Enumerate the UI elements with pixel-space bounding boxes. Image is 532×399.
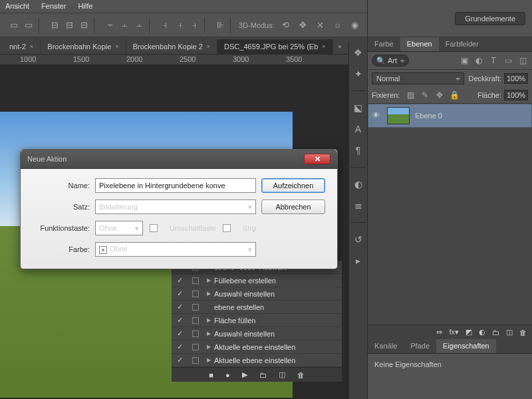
cancel-button[interactable]: Abbrechen	[261, 200, 325, 214]
record-icon[interactable]: ●	[225, 371, 230, 379]
expand-icon[interactable]: ▶	[203, 317, 214, 323]
distribute-icon[interactable]: ⫟	[104, 19, 116, 31]
new-layer-icon[interactable]: ◫	[506, 328, 513, 336]
close-icon[interactable]: ×	[322, 43, 325, 50]
lock-move-icon[interactable]: ✥	[434, 90, 445, 100]
tab-eigenschaften[interactable]: Eigenschaften	[436, 339, 496, 353]
trash-icon[interactable]: 🗑	[519, 329, 527, 336]
close-button[interactable]: ✕	[304, 154, 331, 164]
dialog-toggle[interactable]	[192, 291, 199, 297]
action-step[interactable]: ✓ebene erstellen	[172, 301, 342, 314]
align-icon[interactable]: ⊟	[78, 19, 90, 31]
align-icon[interactable]: ⊟	[63, 19, 75, 31]
dialog-toggle[interactable]	[192, 277, 199, 284]
tab-farbfelder[interactable]: Farbfelder	[439, 37, 485, 51]
action-step[interactable]: ✓▶Füllebene erstellen	[172, 274, 342, 287]
visibility-icon[interactable]: 👁	[372, 111, 382, 120]
ctrl-checkbox[interactable]	[223, 224, 231, 232]
check-icon[interactable]: ✓	[172, 329, 188, 338]
adjust-icon[interactable]: ◐	[479, 328, 485, 336]
rail-icon[interactable]: ≣	[352, 200, 364, 211]
tab-overflow-icon[interactable]: »	[338, 43, 342, 50]
set-select[interactable]: Bildalterung▾	[95, 200, 256, 214]
filter-shape-icon[interactable]: ▭	[503, 55, 513, 66]
3d-camera-icon[interactable]: ◉	[349, 19, 361, 31]
tab-doc[interactable]: Brockenbahn Kopie×	[41, 39, 126, 54]
name-input[interactable]	[95, 178, 256, 193]
action-step[interactable]: ✓▶Auswahl einstellen	[172, 327, 342, 340]
menu-hilfe[interactable]: Hilfe	[78, 2, 92, 11]
action-step[interactable]: ✓▶Auswahl einstellen	[172, 287, 342, 301]
dialog-toggle[interactable]	[192, 304, 199, 311]
3d-orbit-icon[interactable]: ⟲	[280, 19, 292, 31]
tab-pfade[interactable]: Pfade	[404, 339, 436, 353]
expand-icon[interactable]: ▶	[203, 277, 214, 283]
tab-kanaele[interactable]: Kanäle	[368, 339, 404, 353]
distribute-icon[interactable]: ⫞	[174, 19, 186, 31]
layer-filter-search[interactable]: 🔍Art÷	[372, 55, 409, 66]
expand-icon[interactable]: ▶	[203, 357, 214, 363]
fx-icon[interactable]: fx▾	[449, 328, 459, 336]
close-icon[interactable]: ×	[30, 43, 33, 50]
align-icon[interactable]: ⊟	[49, 19, 61, 31]
dialog-toggle[interactable]	[192, 317, 199, 324]
lock-pixels-icon[interactable]: ▨	[405, 90, 416, 100]
tab-farbe[interactable]: Farbe	[368, 37, 400, 51]
check-icon[interactable]: ✓	[172, 289, 188, 298]
rail-history-icon[interactable]: ↺	[352, 233, 364, 245]
check-icon[interactable]: ✓	[172, 276, 188, 285]
rail-icon[interactable]: ✦	[352, 68, 364, 80]
fkey-select[interactable]: Ohne▾	[95, 221, 143, 235]
close-icon[interactable]: ×	[115, 43, 118, 50]
rail-para-icon[interactable]: ¶	[352, 144, 364, 156]
close-icon[interactable]: ×	[207, 43, 210, 50]
color-select[interactable]: ×Ohne▾	[95, 242, 256, 257]
fill-input[interactable]	[504, 90, 528, 100]
tab-doc[interactable]: nnt-2×	[3, 39, 41, 54]
tab-doc-active[interactable]: DSC_4659.JPG bei 25% (Eb×»	[217, 39, 333, 54]
layer-name[interactable]: Ebene 0	[415, 112, 442, 120]
rail-actions-icon[interactable]: ▸	[352, 255, 364, 267]
mask-icon[interactable]: ◩	[466, 328, 472, 336]
dialog-toggle[interactable]	[192, 344, 199, 350]
tab-doc[interactable]: Brockenbahn Kopie 2×	[126, 39, 217, 54]
filter-adjust-icon[interactable]: ◐	[473, 55, 484, 66]
new-set-icon[interactable]: 🗀	[259, 371, 267, 379]
play-icon[interactable]: ▶	[242, 370, 247, 379]
folder-icon[interactable]: 🗀	[492, 329, 499, 336]
filter-image-icon[interactable]: ▣	[459, 55, 469, 66]
action-step[interactable]: ✓▶Fläche füllen	[172, 314, 342, 327]
shift-checkbox[interactable]	[150, 224, 158, 232]
rail-char-icon[interactable]: A	[352, 123, 364, 135]
expand-icon[interactable]: ▶	[203, 344, 214, 350]
action-step[interactable]: ✓▶Aktuelle ebene einstellen	[172, 340, 342, 354]
action-step[interactable]: ✓▶Aktuelle ebene einstellen	[172, 354, 342, 367]
expand-icon[interactable]: ▶	[203, 291, 214, 297]
check-icon[interactable]: ✓	[172, 316, 188, 325]
link-icon[interactable]: ⇔	[436, 328, 442, 336]
dialog-toggle[interactable]	[192, 331, 199, 337]
3d-light-icon[interactable]: ☼	[332, 19, 344, 31]
menu-fenster[interactable]: Fenster	[41, 2, 66, 11]
tool-icon[interactable]: ▭	[8, 19, 20, 31]
stop-icon[interactable]: ■	[209, 371, 213, 379]
filter-smart-icon[interactable]: ◫	[517, 55, 528, 66]
check-icon[interactable]: ✓	[172, 356, 188, 364]
record-button[interactable]: Aufzeichnen	[261, 178, 325, 193]
distribute-icon[interactable]: ⫞	[188, 19, 200, 31]
lock-brush-icon[interactable]: ✎	[420, 90, 430, 100]
rail-icon[interactable]: ❖	[352, 47, 364, 59]
tab-ebenen[interactable]: Ebenen	[400, 37, 439, 51]
distribute-icon[interactable]: ⫠	[118, 19, 130, 31]
filter-type-icon[interactable]: T	[488, 55, 499, 66]
trash-icon[interactable]: 🗑	[297, 371, 305, 379]
check-icon[interactable]: ✓	[172, 342, 188, 351]
misc-icon[interactable]: ⊪	[214, 19, 226, 31]
distribute-icon[interactable]: ⫠	[133, 19, 145, 31]
expand-icon[interactable]: ▶	[203, 331, 214, 336]
rail-icon[interactable]: ⬕	[352, 102, 364, 114]
rail-icon[interactable]: ◐	[352, 178, 364, 190]
distribute-icon[interactable]: ⫞	[159, 19, 171, 31]
dialog-toggle[interactable]	[192, 357, 199, 364]
layer-thumbnail[interactable]	[387, 107, 410, 124]
